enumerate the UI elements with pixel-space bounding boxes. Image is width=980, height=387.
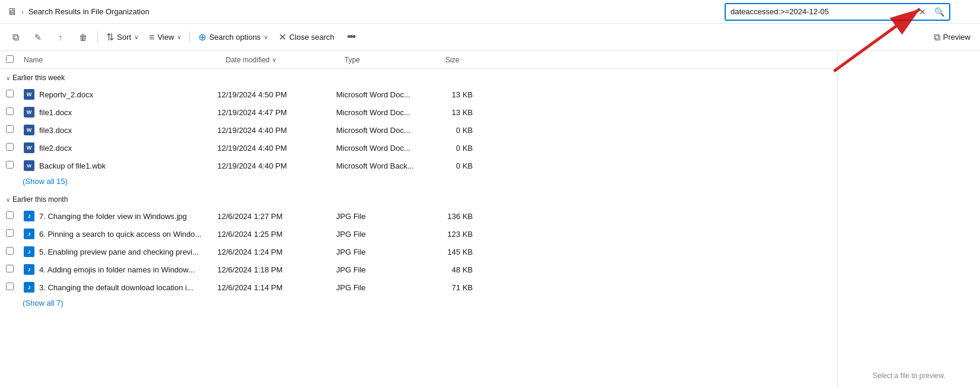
file-date: 12/19/2024 4:47 PM bbox=[217, 108, 336, 117]
row-checkbox[interactable] bbox=[6, 125, 20, 135]
page-title: Search Results in File Organization bbox=[29, 7, 150, 16]
file-type: Microsoft Word Doc... bbox=[336, 90, 437, 99]
file-date: 12/19/2024 4:40 PM bbox=[217, 126, 336, 135]
monitor-icon: 🖥 bbox=[7, 7, 17, 17]
share-button[interactable]: ↑ bbox=[50, 27, 71, 47]
row-checkbox[interactable] bbox=[6, 143, 20, 153]
col-header-name[interactable]: Name bbox=[24, 56, 226, 64]
table-row[interactable]: J 6. Pinning a search to quick access on… bbox=[0, 225, 837, 243]
file-size: 13 KB bbox=[437, 90, 485, 99]
table-row[interactable]: J 5. Enabling preview pane and checking … bbox=[0, 243, 837, 261]
table-row[interactable]: W file2.docx 12/19/2024 4:40 PM Microsof… bbox=[0, 139, 837, 157]
group-label-earlier-this-week: Earlier this week bbox=[12, 74, 65, 82]
search-input[interactable] bbox=[726, 7, 915, 16]
table-row[interactable]: J 4. Adding emojis in folder names in Wi… bbox=[0, 261, 837, 278]
row-checkbox[interactable] bbox=[6, 229, 20, 239]
file-name: 7. Changing the folder view in Windows.j… bbox=[39, 212, 217, 221]
more-button[interactable]: ••• bbox=[340, 27, 362, 47]
file-name: file3.docx bbox=[39, 126, 217, 135]
row-checkbox[interactable] bbox=[6, 211, 20, 221]
search-options-button[interactable]: ⊕ Search options ∨ bbox=[194, 27, 273, 47]
table-row[interactable]: W file1.docx 12/19/2024 4:47 PM Microsof… bbox=[0, 103, 837, 121]
file-type: JPG File bbox=[336, 283, 437, 292]
search-options-chevron-icon: ∨ bbox=[264, 34, 268, 40]
row-checkbox[interactable] bbox=[6, 107, 20, 117]
file-name: 5. Enabling preview pane and checking pr… bbox=[39, 248, 217, 256]
share-icon: ↑ bbox=[59, 33, 63, 42]
show-all-week-link[interactable]: (Show all 15) bbox=[0, 175, 837, 191]
col-header-type[interactable]: Type bbox=[344, 56, 445, 64]
select-all-checkbox[interactable] bbox=[6, 55, 14, 63]
file-size: 71 KB bbox=[437, 283, 485, 292]
file-type: Microsoft Word Doc... bbox=[336, 144, 437, 153]
header-checkbox-col bbox=[6, 55, 20, 65]
file-type: Microsoft Word Doc... bbox=[336, 126, 437, 135]
view-button[interactable]: ≡ View ∨ bbox=[144, 27, 186, 47]
file-date: 12/6/2024 1:24 PM bbox=[217, 248, 336, 256]
content-area: Name Date modified ∨ Type Size ∨ Earlier… bbox=[0, 51, 980, 387]
date-sort-arrow-icon: ∨ bbox=[272, 56, 276, 63]
file-type: JPG File bbox=[336, 265, 437, 274]
close-search-icon: ✕ bbox=[279, 31, 286, 43]
view-chevron-icon: ∨ bbox=[177, 34, 181, 40]
close-search-button[interactable]: ✕ Close search bbox=[274, 27, 339, 47]
table-row[interactable]: J 7. Changing the folder view in Windows… bbox=[0, 207, 837, 225]
rename-button[interactable]: ✎ bbox=[27, 27, 49, 47]
group-header-earlier-this-week[interactable]: ∨ Earlier this week bbox=[0, 70, 837, 85]
file-name: 6. Pinning a search to quick access on W… bbox=[39, 230, 217, 239]
close-search-label: Close search bbox=[289, 33, 334, 42]
row-checkbox[interactable] bbox=[6, 161, 20, 170]
file-type: Microsoft Word Doc... bbox=[336, 108, 437, 117]
file-name: file1.docx bbox=[39, 108, 217, 117]
sort-button[interactable]: ⇅ Sort ∨ bbox=[102, 27, 143, 47]
file-date: 12/6/2024 1:25 PM bbox=[217, 230, 336, 239]
row-checkbox[interactable] bbox=[6, 283, 20, 292]
preview-hint-text: Select a file to preview. bbox=[872, 372, 946, 380]
preview-button[interactable]: ⧉ Preview bbox=[929, 27, 975, 47]
file-type: JPG File bbox=[336, 230, 437, 239]
file-size: 0 KB bbox=[437, 161, 485, 170]
copy-button[interactable]: ⧉ bbox=[5, 27, 26, 47]
jpg-icon: J bbox=[24, 282, 34, 293]
row-checkbox[interactable] bbox=[6, 265, 20, 274]
delete-button[interactable]: 🗑 bbox=[72, 27, 94, 47]
group-label-earlier-this-month: Earlier this month bbox=[12, 195, 68, 204]
toolbar-separator-2 bbox=[189, 31, 190, 43]
table-row[interactable]: W file3.docx 12/19/2024 4:40 PM Microsof… bbox=[0, 121, 837, 139]
file-size: 0 KB bbox=[437, 144, 485, 153]
col-header-size[interactable]: Size bbox=[445, 56, 493, 64]
sort-icon: ⇅ bbox=[106, 31, 114, 43]
jpg-icon: J bbox=[24, 264, 34, 275]
word-icon: W bbox=[24, 125, 34, 135]
title-bar: 🖥 › Search Results in File Organization … bbox=[0, 0, 980, 24]
file-date: 12/19/2024 4:40 PM bbox=[217, 144, 336, 153]
search-options-label: Search options bbox=[209, 33, 261, 42]
file-type: JPG File bbox=[336, 212, 437, 221]
preview-icon: ⧉ bbox=[934, 32, 940, 43]
jpg-icon: J bbox=[24, 211, 34, 221]
rename-icon: ✎ bbox=[34, 33, 42, 42]
show-all-month-link[interactable]: (Show all 7) bbox=[0, 296, 837, 312]
file-name: 3. Changing the default download locatio… bbox=[39, 283, 217, 292]
table-row[interactable]: J 3. Changing the default download locat… bbox=[0, 278, 837, 296]
group-chevron-icon: ∨ bbox=[6, 75, 10, 81]
file-date: 12/6/2024 1:18 PM bbox=[217, 265, 336, 274]
breadcrumb-separator: › bbox=[21, 8, 24, 15]
group-chevron-month-icon: ∨ bbox=[6, 196, 10, 203]
view-label: View bbox=[157, 33, 174, 42]
table-row[interactable]: W Backup of file1.wbk 12/19/2024 4:40 PM… bbox=[0, 157, 837, 175]
row-checkbox[interactable] bbox=[6, 247, 20, 256]
file-name: Reportv_2.docx bbox=[39, 90, 217, 99]
search-options-icon: ⊕ bbox=[198, 31, 206, 43]
group-header-earlier-this-month[interactable]: ∨ Earlier this month bbox=[0, 192, 837, 207]
search-clear-button[interactable]: ✕ bbox=[915, 8, 930, 16]
more-icon: ••• bbox=[347, 31, 355, 43]
row-checkbox[interactable] bbox=[6, 90, 20, 99]
search-box[interactable]: ✕ 🔍 bbox=[725, 3, 950, 21]
jpg-icon: J bbox=[24, 229, 34, 239]
word-icon: W bbox=[24, 142, 34, 153]
table-row[interactable]: W Reportv_2.docx 12/19/2024 4:50 PM Micr… bbox=[0, 85, 837, 103]
view-icon: ≡ bbox=[149, 32, 154, 43]
col-header-date[interactable]: Date modified ∨ bbox=[226, 56, 344, 64]
sort-chevron-icon: ∨ bbox=[134, 34, 138, 40]
